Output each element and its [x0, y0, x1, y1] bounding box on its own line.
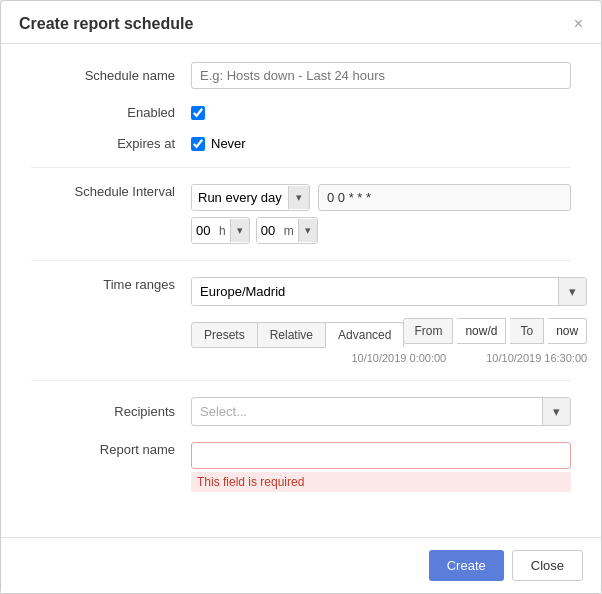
- recipients-dropdown-btn[interactable]: ▾: [542, 398, 570, 425]
- timezone-select[interactable]: Europe/Madrid: [192, 278, 558, 305]
- schedule-interval-control: Run every day ▾ 0 0 * * * 00 h ▾: [191, 184, 571, 244]
- divider-1: [31, 167, 571, 168]
- divider-3: [31, 380, 571, 381]
- enabled-label: Enabled: [31, 105, 191, 120]
- schedule-name-control: [191, 62, 571, 89]
- enabled-control: [191, 106, 571, 120]
- to-label: To: [510, 318, 544, 344]
- schedule-name-input[interactable]: [191, 62, 571, 89]
- dialog-body: Schedule name Enabled Expires at Never S…: [1, 44, 601, 526]
- timezone-dropdown-btn[interactable]: ▾: [558, 278, 586, 305]
- at-row: 00 h ▾ 00 m ▾: [191, 217, 571, 244]
- enabled-row: Enabled: [31, 105, 571, 120]
- presets-group: Presets Relative Advanced: [191, 322, 403, 348]
- expires-at-label: Expires at: [31, 136, 191, 151]
- from-to-row: From now/d To now: [403, 318, 587, 344]
- report-name-error: This field is required: [191, 472, 571, 492]
- time-ranges-control: Europe/Madrid ▾ Presets Relative Advance…: [191, 277, 587, 364]
- hours-select[interactable]: 00: [192, 218, 215, 243]
- schedule-name-label: Schedule name: [31, 68, 191, 83]
- recipients-control: Select... ▾: [191, 397, 571, 426]
- dialog-header: Create report schedule ×: [1, 1, 601, 44]
- run-every-row: Run every day ▾ 0 0 * * *: [191, 184, 571, 211]
- schedule-interval-row: Schedule Interval Run every day ▾ 0 0 * …: [31, 184, 571, 244]
- recipients-placeholder: Select...: [192, 398, 542, 425]
- run-every-select-wrapper: Run every day ▾: [191, 184, 310, 211]
- report-name-control: This field is required: [191, 442, 571, 492]
- time-ranges-row: Time ranges Europe/Madrid ▾ Presets Rela…: [31, 277, 571, 364]
- close-button[interactable]: Close: [512, 550, 583, 581]
- expires-never-checkbox[interactable]: [191, 137, 205, 151]
- from-label: From: [403, 318, 453, 344]
- minutes-select-group: 00 m ▾: [256, 217, 318, 244]
- dates-row: 10/10/2019 0:00:00 10/10/2019 16:30:00: [191, 352, 587, 364]
- run-every-select[interactable]: Run every day: [192, 185, 288, 210]
- run-every-dropdown-btn[interactable]: ▾: [288, 186, 309, 209]
- recipients-select-wrapper[interactable]: Select... ▾: [191, 397, 571, 426]
- expires-never-label: Never: [211, 136, 246, 151]
- recipients-row: Recipients Select... ▾: [31, 397, 571, 426]
- create-button[interactable]: Create: [429, 550, 504, 581]
- dialog-close-button[interactable]: ×: [574, 16, 583, 32]
- create-report-dialog: Create report schedule × Schedule name E…: [0, 0, 602, 594]
- cron-display: 0 0 * * *: [318, 184, 571, 211]
- from-date: 10/10/2019 0:00:00: [351, 352, 446, 364]
- time-ranges-label: Time ranges: [31, 277, 191, 292]
- minutes-dropdown-btn[interactable]: ▾: [298, 219, 317, 242]
- timezone-select-wrapper: Europe/Madrid ▾: [191, 277, 587, 306]
- schedule-interval-label: Schedule Interval: [31, 184, 191, 199]
- enabled-checkbox[interactable]: [191, 106, 205, 120]
- presets-button[interactable]: Presets: [191, 322, 258, 348]
- expires-at-row: Expires at Never: [31, 136, 571, 151]
- advanced-button[interactable]: Advanced: [325, 322, 404, 348]
- from-value[interactable]: now/d: [457, 318, 506, 344]
- report-name-row: Report name This field is required: [31, 442, 571, 492]
- minutes-select[interactable]: 00: [257, 218, 280, 243]
- dialog-title: Create report schedule: [19, 15, 193, 33]
- expires-at-control: Never: [191, 136, 571, 151]
- divider-2: [31, 260, 571, 261]
- report-name-label: Report name: [31, 442, 191, 457]
- hours-dropdown-btn[interactable]: ▾: [230, 219, 249, 242]
- relative-button[interactable]: Relative: [257, 322, 326, 348]
- to-value[interactable]: now: [548, 318, 587, 344]
- dialog-footer: Create Close: [1, 537, 601, 593]
- recipients-label: Recipients: [31, 404, 191, 419]
- schedule-name-row: Schedule name: [31, 62, 571, 89]
- minutes-unit-label: m: [280, 219, 298, 243]
- report-name-input[interactable]: [191, 442, 571, 469]
- to-date: 10/10/2019 16:30:00: [486, 352, 587, 364]
- hours-unit-label: h: [215, 219, 230, 243]
- hours-select-group: 00 h ▾: [191, 217, 250, 244]
- presets-controls-row: Presets Relative Advanced From now/d To …: [191, 314, 587, 348]
